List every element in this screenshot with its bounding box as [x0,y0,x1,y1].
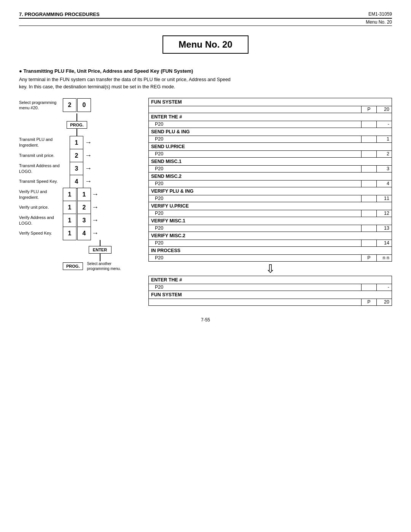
enter-box: ENTER [89,246,112,254]
disp-group-verify-uprice-sub: P20 12 [148,210,392,217]
flow-label-7: Verify Speed Key. [19,227,63,240]
page-number: 7-55 [201,317,210,323]
gsub-left-0 [149,106,361,113]
gsub-mid-4 [361,165,376,172]
gsub-mid-3 [361,150,376,157]
gsub-mid-11 [361,284,376,291]
gsub-right-3: 2 [376,150,392,157]
disp-group-enter-sub: P20 - [148,121,392,128]
flow-label-6: Verify Address and LOGO. [19,214,63,227]
disp-group-send-misc1-sub: P20 3 [148,165,392,173]
disp-group-send-uprice-sub: P20 2 [148,150,392,158]
gsub-right-9: 14 [376,240,392,246]
menu-title-wrap: Menu No. 20 [19,35,392,61]
flow-select-label: Select programming menu #20. [19,98,63,111]
gsub-mid-12: P [361,299,376,305]
gsub-right-6: 11 [376,195,392,202]
disp-group-verify-misc1-sub: P20 13 [148,225,392,232]
disp-group-fun-system2-sub: P 20 [148,299,392,306]
disp-group-verify-plu-sub: P20 11 [148,195,392,202]
gsub-right-2: 1 [376,136,392,142]
key-0: 0 [77,98,91,112]
flow-enter-section: ENTER [19,240,137,261]
header-top: 7. Programming Procedures EM1-31059 [19,11,392,17]
disp-group-fun-system2-title: FUN SYSTEM [148,291,392,299]
gsub-left-10: P20 [149,254,361,261]
arrow-right-4: → [85,177,92,185]
disp-group-verify-plu-title: VERIFY PLU & ING [148,187,392,195]
gsub-mid-1 [361,121,376,128]
gsub-left-2: P20 [149,136,361,142]
gsub-right-5: 4 [376,180,392,187]
section-title: 7. Programming Procedures [19,11,100,17]
flow-label-1: Transmit unit price. [19,149,63,162]
disp-group-verify-misc1-title: VERIFY MISC.1 [148,217,392,225]
intro-line1: Any terminal in the FUN system can trans… [19,77,231,82]
disp-group-fun-system-title: FUN SYSTEM [148,98,392,106]
flow-bottom-section: PROG. Select another programming menu. [19,261,137,271]
disp-group-enter2-sub: P20 - [148,284,392,291]
gsub-left-4: P20 [149,165,361,172]
header-line: Menu No. 20 [19,18,392,26]
gsub-left-1: P20 [149,121,361,128]
gsub-mid-10: P [361,254,376,261]
gsub-right-4: 3 [376,165,392,172]
gsub-mid-9 [361,240,376,246]
flow-key-4: 4 [70,175,83,189]
flow-label-4: Verify PLU and Ingredient. [19,188,63,201]
page-footer: 7-55 [19,317,392,323]
disp-group-verify-uprice-title: VERIFY U.PRICE [148,202,392,210]
flow-key-2: 2 [70,149,83,163]
disp-group-send-misc2-title: SEND MISC.2 [148,172,392,181]
disp-group-send-misc2-sub: P20 4 [148,180,392,187]
arrow-right-7: → [92,216,99,224]
bullet-title: ● Transmitting PLU File, Unit Price, Add… [19,68,392,74]
gsub-right-7: 12 [376,210,392,217]
disp-group-send-uprice-title: SEND U.PRICE [148,142,392,151]
prog-box-bottom: PROG. [63,262,83,270]
disp-group-verify-misc2-sub: P20 14 [148,240,392,247]
gsub-left-12 [149,299,361,305]
gsub-right-10: n n [376,254,392,261]
display-table: FUN SYSTEM P 20 ENTER THE # P20 - SEND P… [148,98,392,306]
flow-key-1a: 1 [63,188,76,201]
gsub-mid-0: P [361,106,376,113]
disp-group-in-process-sub: P20 P n n [148,254,392,262]
flow-key-1c: 1 [63,201,76,214]
flow-label-2: Transmit Address and LOGO. [19,162,63,175]
key-2: 2 [63,98,76,112]
prog-box-top: PROG. [67,121,87,129]
gsub-mid-5 [361,180,376,187]
gsub-mid-7 [361,210,376,217]
arrow-right-6: → [92,203,99,211]
disp-group-fun-system-sub: P 20 [148,106,392,113]
doc-ref: EM1-31059 [368,11,392,17]
disp-group-verify-misc2-title: VERIFY MISC.2 [148,232,392,240]
arrow-right-3: → [85,165,92,173]
flow-key-1: 1 [70,136,83,150]
content-area: Select programming menu #20. 2 0 PROG. T… [19,98,392,306]
flow-labels: Transmit PLU and Ingredient. Transmit un… [19,136,63,240]
gsub-right-1: - [376,121,392,128]
arrow-right-8: → [92,229,99,237]
disp-group-enter-title: ENTER THE # [148,113,392,121]
disp-group-enter2-title: ENTER THE # [148,276,392,284]
gsub-mid-8 [361,225,376,232]
flow-label-5: Verify unit price. [19,201,63,214]
flow-key-3: 3 [70,162,83,176]
gsub-left-7: P20 [149,210,361,217]
flow-key-1b: 1 [77,188,91,201]
gsub-mid-2 [361,136,376,142]
flow-key-4b: 4 [77,227,91,240]
flow-key-1e: 1 [63,227,76,240]
gsub-right-12: 20 [376,299,392,305]
gsub-mid-6 [361,195,376,202]
gsub-left-11: P20 [149,284,361,291]
intro-line2: key. In this case, the destination termi… [19,84,175,89]
menu-ref-header: Menu No. 20 [366,19,392,25]
select-another-note: Select another programming menu. [87,261,129,271]
intro-text: Any terminal in the FUN system can trans… [19,76,392,91]
gsub-right-11: - [376,284,392,291]
disp-group-send-misc1-title: SEND MISC.1 [148,157,392,166]
disp-group-in-process-title: IN PROCESS [148,246,392,255]
